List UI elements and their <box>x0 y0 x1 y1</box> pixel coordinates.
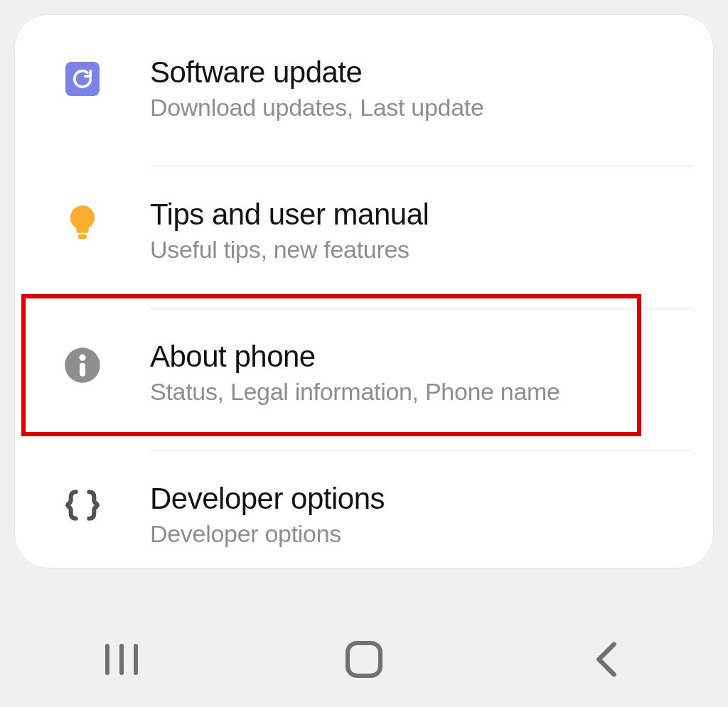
divider <box>150 308 692 309</box>
svg-rect-3 <box>80 363 85 377</box>
settings-card: Software update Download updates, Last u… <box>14 14 714 568</box>
settings-item-tips-and-user-manual[interactable]: Tips and user manual Useful tips, new fe… <box>15 198 713 264</box>
settings-item-subtitle: Status, Legal information, Phone name <box>150 377 692 406</box>
home-icon <box>346 641 382 678</box>
divider <box>150 166 692 166</box>
refresh-icon <box>65 62 100 96</box>
svg-rect-0 <box>78 234 87 239</box>
settings-item-title: Tips and user manual <box>150 198 692 231</box>
settings-item-title: About phone <box>150 340 692 373</box>
settings-item-about-phone[interactable]: About phone Status, Legal information, P… <box>15 340 713 406</box>
settings-item-developer-options[interactable]: Developer options Developer options <box>15 482 713 549</box>
settings-item-title: Developer options <box>150 482 692 515</box>
nav-back-button[interactable] <box>542 631 670 688</box>
divider <box>150 450 692 451</box>
back-icon <box>594 641 619 678</box>
settings-item-software-update[interactable]: Software update Download updates, Last u… <box>15 56 713 122</box>
code-braces-icon <box>63 488 102 522</box>
settings-item-subtitle: Useful tips, new features <box>150 235 692 264</box>
nav-home-button[interactable] <box>300 631 428 688</box>
recents-icon <box>105 644 138 675</box>
settings-item-subtitle: Download updates, Last update <box>150 93 692 122</box>
settings-item-title: Software update <box>150 56 692 89</box>
svg-point-2 <box>80 355 86 361</box>
lightbulb-icon <box>64 204 101 247</box>
nav-recents-button[interactable] <box>58 631 186 688</box>
android-nav-bar <box>0 611 728 707</box>
info-icon <box>63 346 102 384</box>
settings-item-subtitle: Developer options <box>150 519 692 549</box>
